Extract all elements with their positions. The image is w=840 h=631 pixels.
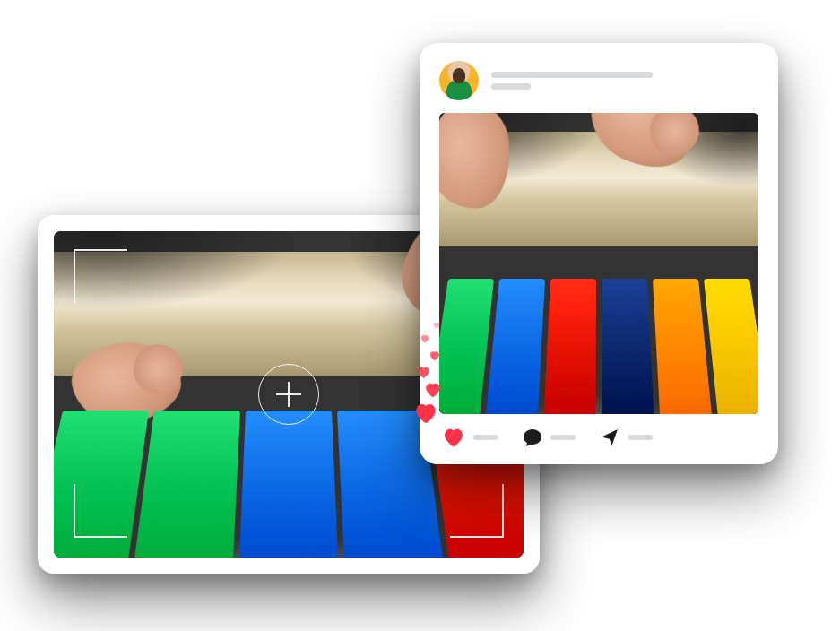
- comment-icon: [522, 427, 543, 448]
- share-button[interactable]: [599, 427, 653, 448]
- heart-icon: [412, 400, 439, 427]
- comment-button[interactable]: [522, 427, 576, 448]
- heart-icon: [441, 425, 466, 450]
- like-button[interactable]: [441, 425, 498, 450]
- capture-plus-icon[interactable]: [258, 364, 319, 425]
- send-icon: [599, 427, 620, 448]
- comment-count-placeholder: [550, 435, 576, 440]
- viewfinder-corner-top-left: [74, 249, 127, 303]
- social-post-card: [420, 43, 778, 464]
- viewfinder-corner-bottom-right: [450, 484, 504, 538]
- heart-icon: [429, 350, 441, 362]
- meta-placeholder: [491, 83, 531, 90]
- engagement-bar: [439, 425, 758, 450]
- heart-icon: [423, 380, 443, 400]
- viewfinder-corner-bottom-left: [74, 484, 127, 538]
- heart-icon: [416, 365, 431, 380]
- post-header: [439, 61, 758, 100]
- username-placeholder: [491, 72, 653, 78]
- heart-icon: [420, 333, 430, 344]
- share-count-placeholder: [628, 435, 653, 440]
- post-image[interactable]: [439, 113, 758, 414]
- avatar[interactable]: [439, 61, 479, 100]
- heart-icon: [432, 321, 441, 330]
- like-count-placeholder: [473, 435, 498, 440]
